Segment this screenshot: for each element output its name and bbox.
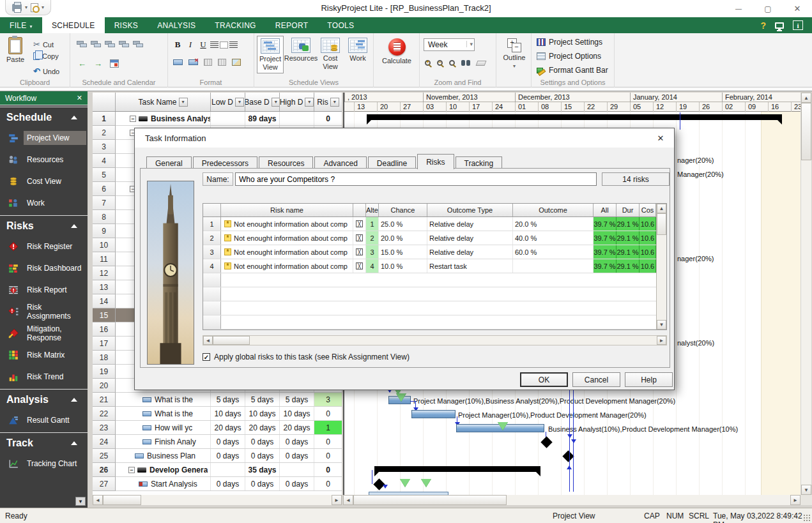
header-alternative[interactable]: Alte	[366, 204, 379, 216]
sidebar-item-tracking-chart[interactable]: Tracking Chart	[0, 453, 88, 474]
row-number[interactable]: 25	[93, 449, 116, 463]
deadline-marker[interactable]	[421, 479, 431, 487]
scroll-left-icon[interactable]: ◄	[93, 495, 103, 505]
cut-button[interactable]: Cut	[33, 40, 54, 49]
minimize-button[interactable]	[724, 0, 753, 17]
task-bar[interactable]	[411, 410, 456, 418]
tab-file[interactable]: FILE	[0, 17, 42, 33]
monitor-icon[interactable]	[775, 22, 784, 29]
scrollbar-thumb[interactable]	[801, 103, 811, 160]
row-number[interactable]: 21	[93, 393, 116, 407]
paste-button[interactable]: Paste	[6, 37, 24, 64]
work-view-button[interactable]: Work	[345, 38, 371, 63]
column-filter-icon[interactable]	[179, 98, 188, 107]
row-number[interactable]: 9	[93, 224, 116, 238]
grid-row[interactable]: 1−Business Analysis89 days0	[93, 112, 342, 126]
apply-global-risks-checkbox[interactable]	[203, 353, 210, 361]
zoom-period-dropdown[interactable]: Week	[424, 38, 475, 51]
sidebar-item-risk-register[interactable]: Risk Register	[0, 236, 88, 257]
ok-button[interactable]: OK	[520, 372, 568, 387]
summary-task-bar[interactable]	[374, 466, 540, 472]
bold-button[interactable]: B	[172, 40, 183, 50]
row-number[interactable]: 19	[93, 365, 116, 379]
row-number[interactable]: 27	[93, 477, 116, 491]
grid-row[interactable]: 25Business Plan0 days0 days0 days0	[93, 449, 342, 463]
sidebar-item-resources[interactable]: Resources	[0, 149, 88, 171]
copy-button[interactable]: Copy	[33, 52, 59, 60]
tab-tools[interactable]: TOOLS	[318, 17, 364, 33]
delete-link-icon[interactable]	[133, 41, 143, 47]
align-right-icon[interactable]	[229, 42, 238, 49]
grid-row[interactable]: 23How will yc20 days20 days20 days1	[93, 421, 342, 435]
risk-table-horizontal-scrollbar[interactable]: ◄ ►	[203, 335, 667, 345]
hide-column-icon[interactable]	[218, 59, 226, 66]
header-outcome-type[interactable]: Outcome Type	[427, 204, 513, 216]
column-filter-icon[interactable]	[235, 98, 244, 107]
cancel-button[interactable]: Cancel	[572, 372, 620, 387]
resize-grip[interactable]	[803, 514, 811, 522]
sidebar-item-risk-assignments[interactable]: Risk Assignments	[0, 301, 88, 322]
grid-row[interactable]: 24Finish Analy0 days0 days0 days0	[93, 435, 342, 449]
summary-task-bar[interactable]	[367, 114, 782, 120]
header-outcome[interactable]: Outcome	[513, 204, 594, 216]
tab-tracking[interactable]: TRACKING	[205, 17, 265, 33]
help-icon[interactable]	[760, 20, 766, 31]
row-number[interactable]: 24	[93, 435, 116, 449]
row-number[interactable]: 7	[93, 196, 116, 210]
clear-icon[interactable]	[476, 61, 487, 66]
picture-icon[interactable]	[232, 59, 241, 66]
cost-view-button[interactable]: Cost View	[317, 38, 344, 70]
column-filter-icon[interactable]	[305, 98, 314, 107]
scrollbar-thumb[interactable]	[213, 336, 250, 345]
scroll-up-icon[interactable]: ▲	[657, 204, 666, 213]
dialog-tab-advanced[interactable]: Advanced	[314, 156, 366, 169]
dialog-close-icon[interactable]	[647, 128, 674, 148]
underline-button[interactable]: U	[197, 40, 209, 50]
scroll-right-icon[interactable]: ►	[790, 495, 801, 505]
dialog-tab-risks[interactable]: Risks	[417, 154, 454, 169]
sidebar-item-result-gantt[interactable]: Result Gantt	[0, 409, 88, 431]
outdent-task-icon[interactable]	[119, 41, 129, 47]
zoom-in-icon[interactable]	[425, 60, 431, 66]
italic-button[interactable]: I	[185, 40, 196, 50]
header-all[interactable]: All	[594, 204, 617, 216]
deadline-marker[interactable]	[498, 422, 508, 430]
grid-row[interactable]: 22What is the10 days10 days10 days0	[93, 407, 342, 421]
row-number[interactable]: 2	[93, 126, 116, 140]
workflow-scroll-down-button[interactable]	[75, 497, 86, 506]
indent-task-icon[interactable]	[105, 41, 115, 47]
close-button[interactable]	[783, 0, 812, 17]
scroll-down-icon[interactable]: ▼	[657, 320, 666, 330]
undo-button[interactable]: Undo	[33, 66, 59, 76]
scroll-down-icon[interactable]: ▼	[801, 485, 811, 495]
zoom-reset-icon[interactable]	[449, 60, 455, 66]
row-number[interactable]: 5	[93, 168, 116, 182]
sidebar-item-cost-view[interactable]: Cost View	[0, 171, 88, 192]
grid-row[interactable]: 21What is the5 days5 days5 days3	[93, 393, 342, 407]
row-number[interactable]: 3	[93, 140, 116, 154]
risk-enabled-checkbox[interactable]	[356, 248, 363, 255]
row-number[interactable]: 6	[93, 182, 116, 196]
sidebar-item-risk-report[interactable]: Risk Report	[0, 279, 88, 301]
risk-enabled-checkbox[interactable]	[356, 262, 363, 269]
scrollbar-track[interactable]	[141, 495, 332, 505]
risk-row[interactable]: 3Not enought information about comp315.0…	[203, 245, 666, 259]
tab-report[interactable]: REPORT	[266, 17, 318, 33]
find-icon[interactable]	[461, 60, 470, 66]
milestone-diamond[interactable]	[562, 450, 574, 462]
low-duration-header[interactable]: Low D	[211, 93, 245, 111]
section-track-header[interactable]: Track	[0, 433, 88, 453]
tab-analysis[interactable]: ANALYSIS	[148, 17, 205, 33]
project-settings-button[interactable]: Project Settings	[537, 38, 602, 47]
column-filter-icon[interactable]	[330, 98, 339, 107]
deadline-marker[interactable]	[400, 479, 410, 487]
outline-button[interactable]: Outline ▾	[502, 38, 527, 69]
header-risk-name[interactable]: Risk name	[221, 204, 353, 216]
row-number[interactable]: 13	[93, 280, 116, 294]
dialog-tab-tracking[interactable]: Tracking	[456, 156, 503, 169]
dialog-tab-resources[interactable]: Resources	[259, 156, 313, 169]
align-center-icon[interactable]	[220, 42, 228, 49]
sidebar-item-mitigation-response[interactable]: Mitigation, Response	[0, 322, 88, 344]
row-number[interactable]: 26	[93, 463, 116, 477]
section-risks-header[interactable]: Risks	[0, 216, 88, 236]
